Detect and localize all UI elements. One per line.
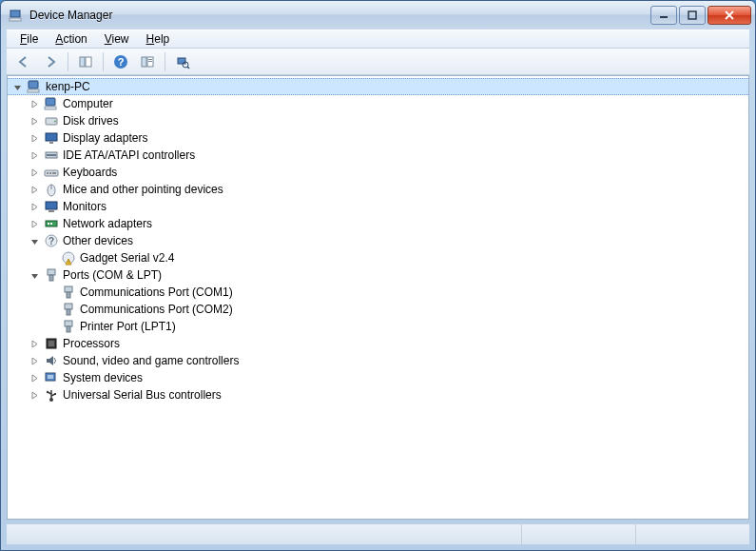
system-icon [44,370,59,385]
mouse-icon [44,182,59,197]
device-tree[interactable]: kenp-PC Computer Disk drives Display ada… [7,75,749,520]
other-icon: ? [44,233,59,248]
toolbar-separator [165,52,165,71]
collapse-toggle[interactable] [11,81,23,92]
expand-toggle[interactable] [29,218,40,229]
tree-node-cat-0[interactable]: Computer [8,95,748,112]
status-cell [7,524,521,544]
toolbar-back-button[interactable] [12,51,35,72]
tree-node-cat-6[interactable]: Monitors [8,198,748,215]
menu-action[interactable]: Action [48,31,94,47]
svg-rect-0 [10,10,20,17]
toolbar-properties-button[interactable] [136,51,159,72]
svg-rect-32 [48,210,54,212]
tree-node-cat-9[interactable]: Ports (COM & LPT) [8,266,748,284]
tree-node-cat-12[interactable]: System devices [8,369,748,386]
keyboard-icon [44,165,59,180]
toolbar-help-button[interactable]: ? [109,51,132,72]
svg-rect-22 [49,142,53,144]
expand-toggle[interactable] [29,201,40,212]
computer-icon [27,79,42,94]
expand-toggle[interactable] [29,372,40,384]
svg-rect-53 [48,375,53,379]
warning-icon: ! [61,250,76,266]
expand-toggle[interactable] [29,115,40,127]
tree-node-label: Processors [63,337,127,350]
tree-node-label: System devices [63,371,150,384]
tree-node-cat-9-child-2[interactable]: Printer Port (LPT1) [8,318,748,335]
tree-node-cat-13[interactable]: Universal Serial Bus controllers [8,386,748,403]
usb-icon [44,387,59,403]
expand-toggle[interactable] [29,98,40,109]
svg-rect-43 [65,286,72,292]
tree-node-label: Keyboards [63,166,125,179]
svg-text:?: ? [118,56,125,68]
tree-node-label: Computer [63,97,121,110]
minimize-button[interactable] [650,6,677,25]
expand-toggle[interactable] [29,338,40,349]
expand-toggle[interactable] [29,132,40,144]
tree-node-cat-7[interactable]: Network adapters [8,215,748,232]
tree-node-cat-8-child-0[interactable]: ! Gadget Serial v2.4 [8,249,748,266]
svg-rect-27 [49,172,51,174]
svg-rect-18 [45,107,56,109]
tree-node-label: Network adapters [63,217,160,230]
tree-node-label: Monitors [63,200,114,213]
svg-rect-2 [660,16,668,18]
cpu-icon [44,336,59,351]
svg-point-58 [47,391,48,393]
svg-rect-34 [48,223,49,225]
status-cell [635,524,749,544]
svg-rect-47 [65,321,72,326]
port-icon [44,267,59,283]
svg-rect-26 [47,172,48,174]
svg-rect-45 [65,304,72,309]
tree-node-label: Communications Port (COM1) [80,285,241,299]
tree-node-cat-1[interactable]: Disk drives [8,112,748,129]
computer-icon [44,96,59,111]
expand-toggle[interactable] [29,389,40,401]
svg-text:?: ? [48,236,54,246]
svg-rect-59 [54,393,56,395]
network-icon [44,216,59,231]
expand-toggle[interactable] [29,167,40,178]
menu-view[interactable]: View [97,31,137,47]
tree-node-label: IDE ATA/ATAPI controllers [63,148,203,162]
ide-icon [44,148,59,163]
expand-toggle[interactable] [29,184,40,195]
menu-help[interactable]: Help [139,31,178,47]
titlebar[interactable]: Device Manager [1,1,755,30]
tree-node-cat-9-child-1[interactable]: Communications Port (COM2) [8,301,748,318]
svg-rect-21 [46,133,57,141]
menu-file[interactable]: File [12,31,46,47]
tree-node-cat-10[interactable]: Processors [8,335,748,352]
svg-rect-24 [47,154,56,156]
toolbar-separator [103,52,104,71]
port-icon [61,285,76,300]
app-icon [9,8,24,23]
tree-node-cat-3[interactable]: IDE ATA/ATAPI controllers [8,147,748,164]
close-button[interactable] [708,6,751,25]
svg-rect-3 [688,11,696,19]
tree-node-label: Sound, video and game controllers [63,354,246,367]
tree-node-cat-4[interactable]: Keyboards [8,164,748,181]
svg-point-20 [54,121,56,123]
svg-rect-5 [86,57,91,67]
collapse-toggle[interactable] [29,235,40,246]
tree-node-cat-2[interactable]: Display adapters [8,129,748,147]
tree-node-cat-5[interactable]: Mice and other pointing devices [8,181,748,198]
tree-node-label: Ports (COM & LPT) [63,268,169,282]
toolbar-showhide-button[interactable] [74,51,97,72]
tree-node-cat-9-child-0[interactable]: Communications Port (COM1) [8,284,748,301]
toolbar-scan-button[interactable] [171,51,194,72]
tree-node-root[interactable]: kenp-PC [8,78,748,95]
tree-node-cat-11[interactable]: Sound, video and game controllers [8,352,748,369]
collapse-toggle[interactable] [29,269,40,281]
maximize-button[interactable] [679,6,706,25]
expand-toggle[interactable] [29,149,40,161]
monitor-icon [44,199,59,214]
svg-rect-31 [46,202,57,209]
toolbar-forward-button[interactable] [39,51,62,72]
expand-toggle[interactable] [29,355,40,366]
tree-node-cat-8[interactable]: ? Other devices [8,232,748,249]
